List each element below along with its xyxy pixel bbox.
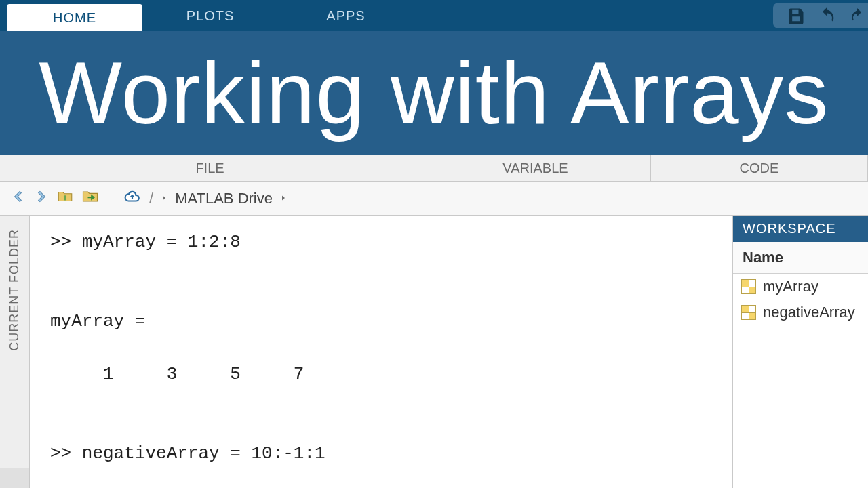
output-values: 1 3 5 7 bbox=[50, 364, 304, 384]
nav-forward-icon[interactable] bbox=[33, 188, 50, 209]
breadcrumb-root[interactable]: / bbox=[149, 190, 153, 207]
variable-name: negativeArray bbox=[763, 304, 855, 321]
cloud-icon[interactable] bbox=[122, 188, 142, 209]
current-folder-sidebar[interactable]: CURRENT FOLDER bbox=[0, 216, 30, 488]
top-tab-bar: HOME PLOTS APPS bbox=[0, 0, 868, 31]
section-code: CODE bbox=[651, 155, 868, 181]
variable-name: myArray bbox=[763, 278, 818, 296]
command-line: >> myArray = 1:2:8 bbox=[50, 232, 241, 252]
nav-back-icon[interactable] bbox=[9, 188, 27, 209]
variable-icon bbox=[741, 305, 756, 320]
workspace-column-name[interactable]: Name bbox=[733, 242, 868, 274]
workspace-variable-row[interactable]: myArray bbox=[733, 274, 868, 300]
ribbon-sections: FILE VARIABLE CODE bbox=[0, 155, 868, 182]
command-window[interactable]: >> myArray = 1:2:8 myArray = 1 3 5 7 >> … bbox=[30, 216, 732, 488]
folder-up-icon[interactable] bbox=[56, 188, 75, 209]
workspace-variable-row[interactable]: negativeArray bbox=[733, 300, 868, 325]
chevron-right-icon[interactable] bbox=[160, 190, 168, 207]
address-bar: / MATLAB Drive bbox=[0, 182, 868, 216]
tab-home[interactable]: HOME bbox=[7, 4, 142, 31]
chevron-right-icon[interactable] bbox=[279, 190, 288, 207]
undo-icon[interactable] bbox=[818, 6, 837, 25]
output-name: myArray = bbox=[50, 311, 145, 331]
command-line: >> negativeArray = 10:-1:1 bbox=[50, 443, 326, 464]
sidebar-handle[interactable] bbox=[0, 468, 29, 488]
title-banner: Working with Arrays bbox=[0, 31, 868, 155]
tab-plots[interactable]: PLOTS bbox=[142, 0, 278, 31]
workspace-title: WORKSPACE bbox=[733, 216, 868, 242]
save-icon[interactable] bbox=[787, 6, 806, 25]
workspace-panel: WORKSPACE Name myArray negativeArray bbox=[732, 216, 868, 488]
title-text: Working with Arrays bbox=[39, 49, 829, 137]
quick-access-toolbar bbox=[773, 3, 868, 28]
tab-apps[interactable]: APPS bbox=[278, 0, 414, 31]
variable-icon bbox=[741, 279, 756, 294]
section-variable: VARIABLE bbox=[420, 155, 651, 181]
folder-browse-icon[interactable] bbox=[80, 187, 100, 210]
current-folder-label: CURRENT FOLDER bbox=[7, 229, 22, 351]
breadcrumb-drive[interactable]: MATLAB Drive bbox=[175, 190, 273, 207]
section-file: FILE bbox=[0, 155, 420, 181]
redo-icon[interactable] bbox=[849, 6, 865, 25]
main-area: CURRENT FOLDER >> myArray = 1:2:8 myArra… bbox=[0, 216, 868, 488]
